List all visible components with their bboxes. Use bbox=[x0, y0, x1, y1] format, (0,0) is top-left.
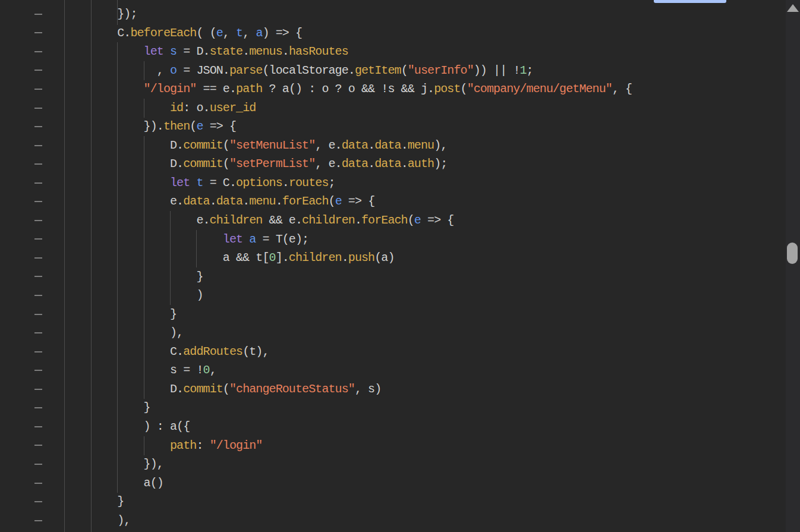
code-token: "setMenuList" bbox=[229, 138, 315, 152]
code-token: children bbox=[210, 213, 263, 227]
code-token: ( bbox=[401, 64, 408, 77]
code-token: e bbox=[196, 119, 203, 133]
code-token: commit bbox=[183, 157, 223, 171]
code-token: commit bbox=[183, 382, 223, 396]
code-token: . bbox=[210, 194, 216, 208]
code-token: 0 bbox=[203, 363, 210, 377]
code-token: data bbox=[342, 138, 368, 152]
code-token: } bbox=[117, 495, 124, 508]
code-token: menu bbox=[249, 194, 275, 208]
code-token: post bbox=[434, 82, 460, 96]
code-token: children bbox=[289, 251, 342, 265]
code-token: ( bbox=[223, 138, 229, 152]
code-token: ( bbox=[223, 382, 229, 396]
code-token: , bbox=[157, 64, 170, 77]
code-line: C.beforeEach( (e, t, a) => { bbox=[38, 24, 782, 43]
code-token: 1 bbox=[519, 64, 526, 77]
code-token: a && t[ bbox=[223, 251, 269, 265]
code-line: C.addRoutes(t), bbox=[38, 342, 782, 361]
code-token: } bbox=[170, 307, 177, 321]
code-token: } bbox=[196, 270, 203, 284]
code-token: , bbox=[242, 26, 256, 40]
code-token: D. bbox=[170, 382, 183, 396]
code-token: id bbox=[170, 101, 183, 115]
code-token: (t), bbox=[242, 345, 269, 358]
code-token: ? a() : o ? o && !s && j. bbox=[262, 82, 434, 96]
code-token: = D. bbox=[177, 45, 210, 58]
code-token: : bbox=[196, 439, 209, 452]
code-token: o bbox=[170, 64, 177, 77]
code-token: }), bbox=[144, 457, 163, 471]
code-token: , e. bbox=[315, 157, 341, 171]
horizontal-scrollbar-thumb[interactable] bbox=[654, 0, 726, 3]
code-token: = T(e); bbox=[256, 232, 308, 246]
code-token: D. bbox=[170, 138, 183, 152]
code-token: = C. bbox=[203, 176, 237, 190]
code-token: data bbox=[374, 157, 401, 171]
vertical-scrollbar[interactable] bbox=[786, 0, 800, 532]
code-token: s = ! bbox=[170, 363, 203, 377]
code-token: menus bbox=[249, 45, 282, 58]
code-token: e bbox=[216, 26, 223, 40]
code-line: a && t[0].children.push(a) bbox=[38, 248, 782, 267]
code-editor[interactable]: });C.beforeEach( (e, t, a) => {let s = D… bbox=[38, 5, 782, 530]
code-token: == e. bbox=[196, 82, 236, 96]
code-line: ) : a({ bbox=[38, 417, 782, 436]
code-token: getItem bbox=[355, 64, 401, 77]
code-token: . bbox=[282, 45, 289, 58]
code-line: a() bbox=[38, 474, 782, 493]
code-token: let bbox=[144, 45, 170, 58]
code-token: data bbox=[183, 194, 209, 208]
code-token: beforeEach bbox=[130, 26, 196, 40]
code-token: 0 bbox=[269, 251, 276, 265]
code-token: . bbox=[342, 251, 348, 265]
code-token: . bbox=[355, 213, 361, 227]
code-token: ( bbox=[190, 119, 196, 133]
code-token: = JSON. bbox=[177, 64, 229, 77]
code-token: . bbox=[368, 157, 374, 171]
code-token: state bbox=[210, 45, 243, 58]
code-line: e.data.data.menu.forEach(e => { bbox=[38, 192, 782, 211]
code-line: "/login" == e.path ? a() : o ? o && !s &… bbox=[38, 80, 782, 99]
code-token: => { bbox=[342, 194, 375, 208]
code-token: ), bbox=[170, 326, 183, 339]
code-token: ) => { bbox=[263, 26, 303, 40]
code-token: ); bbox=[434, 157, 447, 171]
code-token: forEach bbox=[282, 194, 329, 208]
code-token: push bbox=[348, 251, 374, 265]
code-token: , e. bbox=[315, 138, 341, 152]
code-token: ( bbox=[223, 157, 229, 171]
code-token: "/login" bbox=[144, 82, 197, 96]
code-token: parse bbox=[229, 64, 263, 77]
code-line: }).then(e => { bbox=[38, 117, 782, 136]
code-token: ( bbox=[408, 213, 414, 227]
scroll-up-button[interactable] bbox=[786, 0, 800, 15]
code-token: . bbox=[401, 138, 408, 152]
code-token: ( bbox=[461, 82, 467, 96]
code-line: let t = C.options.routes; bbox=[38, 174, 782, 193]
code-token: . bbox=[276, 194, 282, 208]
code-token: data bbox=[216, 194, 242, 208]
code-token: options bbox=[236, 176, 282, 190]
code-token: }). bbox=[144, 119, 163, 133]
code-token: a() bbox=[144, 476, 163, 490]
code-line: , o = JSON.parse(localStorage.getItem("u… bbox=[38, 61, 782, 80]
code-token: data bbox=[342, 157, 368, 171]
code-token: ( ( bbox=[196, 26, 216, 40]
code-token: ) : a({ bbox=[144, 420, 190, 433]
code-line: let a = T(e); bbox=[38, 230, 782, 249]
code-token: e bbox=[414, 213, 421, 227]
code-token: routes bbox=[289, 176, 329, 190]
code-token: "changeRouteStatus" bbox=[229, 382, 355, 396]
code-line: } bbox=[38, 305, 782, 324]
code-token: children bbox=[302, 213, 355, 227]
code-token: . bbox=[368, 138, 374, 152]
code-line: }); bbox=[38, 5, 782, 24]
code-token: C. bbox=[170, 345, 183, 358]
code-token: "userInfo" bbox=[408, 64, 474, 77]
code-line: } bbox=[38, 267, 782, 287]
scrollbar-thumb[interactable] bbox=[787, 243, 798, 264]
code-line: id: o.user_id bbox=[38, 99, 782, 118]
code-token: (a) bbox=[374, 251, 394, 265]
code-token: => { bbox=[421, 213, 454, 227]
